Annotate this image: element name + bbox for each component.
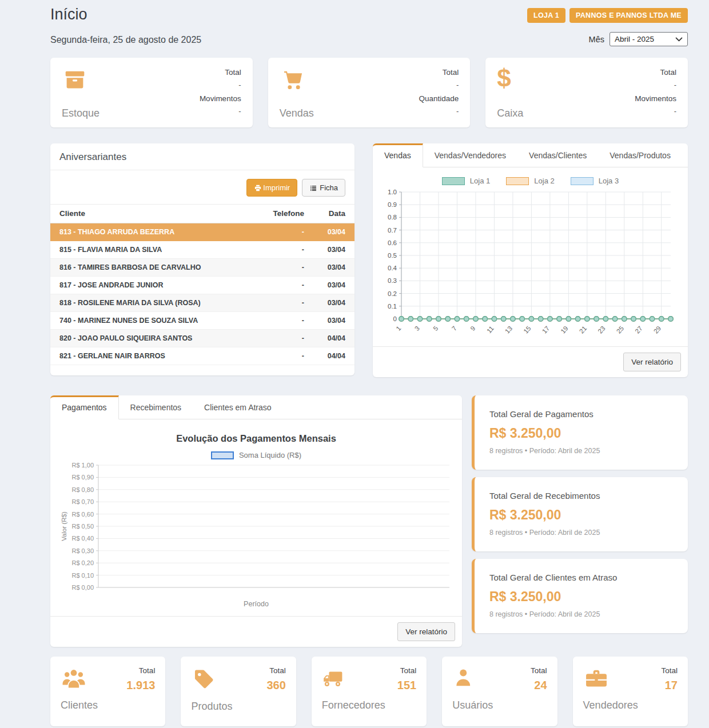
cell-data[interactable]: 03/04 xyxy=(313,294,354,312)
svg-text:21: 21 xyxy=(578,325,588,335)
cell-cliente[interactable]: 740 - MARINEZ NUNES DE SOUZA SILVA xyxy=(50,312,261,330)
list-icon xyxy=(309,184,317,192)
payments-panel: Pagamentos Recebimentos Clientes em Atra… xyxy=(50,395,462,647)
total-card-value: R$ 3.250,00 xyxy=(489,589,673,605)
store-badge[interactable]: LOJA 1 xyxy=(527,8,565,23)
tab-vendas-vendedores[interactable]: Vendas/Vendedores xyxy=(423,143,517,167)
cell-cliente[interactable]: 818 - ROSILENE MARIA DA SILVA (ROSA) xyxy=(50,294,261,312)
stat-left: Usuários xyxy=(452,666,493,717)
cell-telefone[interactable]: - xyxy=(261,330,313,347)
legend-label: Soma Líquido (R$) xyxy=(239,451,301,459)
cell-telefone[interactable]: - xyxy=(261,312,313,330)
svg-text:1: 1 xyxy=(395,325,402,332)
sales-report-button[interactable]: Ver relatório xyxy=(623,353,681,371)
page-date: Segunda-feira, 25 de agosto de 2025 xyxy=(50,35,201,45)
stat-left: Fornecedores xyxy=(322,666,385,717)
cell-telefone[interactable]: - xyxy=(261,294,313,312)
svg-text:R$ 0,90: R$ 0,90 xyxy=(71,474,94,481)
summary-card-vendas[interactable]: Vendas Total - Quantidade - xyxy=(268,58,471,127)
tab-pagamentos[interactable]: Pagamentos xyxy=(50,395,119,419)
cell-data[interactable]: 04/04 xyxy=(313,347,354,365)
cell-telefone[interactable]: - xyxy=(261,241,313,259)
stat-left: Clientes xyxy=(61,666,98,717)
table-row[interactable]: 815 - FLAVIA MARIA DA SILVA - 03/04 xyxy=(50,241,354,259)
table-row[interactable]: 813 - THIAGO ARRUDA BEZERRA - 03/04 xyxy=(50,223,354,241)
stat-card-clientes[interactable]: Clientes Total 1.913 xyxy=(50,657,165,726)
print-button[interactable]: Imprimir xyxy=(246,179,297,197)
cell-telefone[interactable]: - xyxy=(261,259,313,277)
stat-card-usuarios[interactable]: Usuários Total 24 xyxy=(442,657,557,726)
stat-card-produtos[interactable]: Produtos Total 360 xyxy=(181,657,296,726)
cell-cliente[interactable]: 817 - JOSE ANDRADE JUNIOR xyxy=(50,277,261,294)
stat-key: Movimentos xyxy=(200,94,241,103)
cell-data[interactable]: 04/04 xyxy=(313,330,354,347)
stat-card-label: Produtos xyxy=(191,701,232,713)
tab-recebimentos[interactable]: Recebimentos xyxy=(119,395,193,419)
svg-text:23: 23 xyxy=(596,325,606,335)
table-row[interactable]: 821 - GERLANE NAIR BARROS - 04/04 xyxy=(50,347,354,365)
total-card-value: R$ 3.250,00 xyxy=(489,507,673,523)
stat-card-vendedores[interactable]: Vendedores Total 17 xyxy=(573,657,688,726)
stat-value: - xyxy=(200,81,241,89)
tab-vendas-clientes[interactable]: Vendas/Clientes xyxy=(517,143,598,167)
svg-text:29: 29 xyxy=(652,325,662,335)
legend-item: Loja 3 xyxy=(571,177,619,185)
stat-key: Quantidade xyxy=(419,94,459,103)
summary-card-label: Estoque xyxy=(62,107,99,119)
stat-right: Total 17 xyxy=(661,666,678,717)
month-select[interactable]: Abril - 2025 xyxy=(610,32,688,46)
total-card-meta: 8 registros • Período: Abril de 2025 xyxy=(489,447,673,455)
cell-data[interactable]: 03/04 xyxy=(313,223,354,241)
svg-text:R$ 1,00: R$ 1,00 xyxy=(71,462,94,469)
stat-card-fornecedores[interactable]: Fornecedores Total 151 xyxy=(312,657,427,726)
summary-left: Estoque xyxy=(62,67,99,119)
tab-clientes-em-atraso[interactable]: Clientes em Atraso xyxy=(193,395,283,419)
stat-value: - xyxy=(200,107,241,115)
table-row[interactable]: 816 - TAMIRES BARBOSA DE CARVALHO - 03/0… xyxy=(50,259,354,277)
payments-report-button[interactable]: Ver relatório xyxy=(397,622,455,641)
cell-cliente[interactable]: 816 - TAMIRES BARBOSA DE CARVALHO xyxy=(50,259,261,277)
table-row[interactable]: 818 - ROSILENE MARIA DA SILVA (ROSA) - 0… xyxy=(50,294,354,312)
tab-vendas-produtos[interactable]: Vendas/Produtos xyxy=(598,143,682,167)
cell-data[interactable]: 03/04 xyxy=(313,277,354,294)
company-badge[interactable]: PANNOS E PANNOS LTDA ME xyxy=(569,8,688,23)
summary-card-label: Caixa xyxy=(497,107,523,119)
cell-data[interactable]: 03/04 xyxy=(313,259,354,277)
sales-chart-body: Loja 1Loja 2Loja 3 1.00.90.80.70.60.50.4… xyxy=(373,167,688,346)
summary-card-estoque[interactable]: Estoque Total - Movimentos - xyxy=(50,58,253,127)
cell-telefone[interactable]: - xyxy=(261,277,313,294)
table-row[interactable]: 740 - MARINEZ NUNES DE SOUZA SILVA - 03/… xyxy=(50,312,354,330)
tab-vendas[interactable]: Vendas xyxy=(373,143,423,167)
total-card-value: R$ 3.250,00 xyxy=(489,426,673,441)
cell-cliente[interactable]: 813 - THIAGO ARRUDA BEZERRA xyxy=(50,223,261,241)
stat-right: Total 24 xyxy=(531,666,547,717)
cell-cliente[interactable]: 821 - GERLANE NAIR BARROS xyxy=(50,347,261,365)
cell-cliente[interactable]: 815 - FLAVIA MARIA DA SILVA xyxy=(50,241,261,259)
cell-telefone[interactable]: - xyxy=(261,223,313,241)
stat-card-label: Vendedores xyxy=(583,699,638,711)
header-right: LOJA 1 PANNOS E PANNOS LTDA ME Mês Abril… xyxy=(527,3,688,46)
stat-total-label: Total xyxy=(126,666,155,675)
stat-left: Vendedores xyxy=(583,666,638,717)
stat-value: 151 xyxy=(397,679,416,692)
cell-data[interactable]: 03/04 xyxy=(313,241,354,259)
ficha-button-label: Ficha xyxy=(320,183,338,192)
svg-text:19: 19 xyxy=(559,325,569,335)
cell-cliente[interactable]: 820 - JOAO PAULO SIQUEIRA SANTOS xyxy=(50,330,261,347)
cell-telefone[interactable]: - xyxy=(261,347,313,365)
summary-card-caixa[interactable]: $ Caixa Total - Movimentos - xyxy=(485,58,688,127)
cell-data[interactable]: 03/04 xyxy=(313,312,354,330)
stat-key: Total xyxy=(419,68,459,77)
svg-text:0.5: 0.5 xyxy=(388,252,397,259)
sales-chart-legend: Loja 1Loja 2Loja 3 xyxy=(380,172,681,187)
month-select-value: Abril - 2025 xyxy=(615,35,654,43)
payments-chart-title: Evolução dos Pagamentos Mensais xyxy=(57,424,455,446)
table-row[interactable]: 820 - JOAO PAULO SIQUEIRA SANTOS - 04/04 xyxy=(50,330,354,347)
table-row[interactable]: 817 - JOSE ANDRADE JUNIOR - 03/04 xyxy=(50,277,354,294)
svg-text:1.0: 1.0 xyxy=(388,189,397,195)
summary-card-label: Vendas xyxy=(280,107,314,119)
sales-tabs: Vendas Vendas/Vendedores Vendas/Clientes… xyxy=(373,143,688,167)
ficha-button[interactable]: Ficha xyxy=(302,179,345,197)
total-card-meta: 8 registros • Período: Abril de 2025 xyxy=(489,529,673,537)
stat-total-label: Total xyxy=(661,666,678,675)
